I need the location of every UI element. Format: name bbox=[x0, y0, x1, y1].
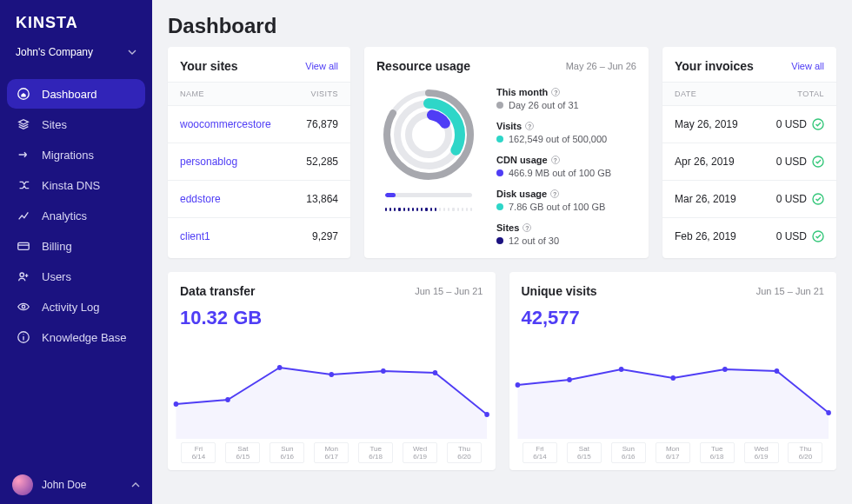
x-tick: Tue6/18 bbox=[358, 442, 393, 463]
invoice-row[interactable]: May 26, 20190 USD bbox=[662, 106, 836, 143]
metric-label: CDN usage bbox=[496, 155, 548, 165]
x-tick: Thu6/20 bbox=[788, 442, 822, 463]
x-tick: Mon6/17 bbox=[314, 442, 349, 463]
resource-range: May 26 – Jun 26 bbox=[566, 61, 636, 71]
site-row: woocommercestore76,879 bbox=[168, 106, 350, 143]
sidebar-item-label: Billing bbox=[42, 240, 72, 253]
metric-value: 466.9 MB out of 100 GB bbox=[509, 168, 611, 178]
sidebar-item-dns[interactable]: Kinsta DNS bbox=[7, 170, 145, 200]
sites-title: Your sites bbox=[180, 59, 238, 73]
invoice-row[interactable]: Apr 26, 20190 USD bbox=[662, 143, 836, 181]
svg-point-27 bbox=[774, 368, 779, 374]
page-title: Dashboard bbox=[168, 14, 836, 38]
sidebar-item-activity[interactable]: Activity Log bbox=[7, 292, 145, 322]
invoice-date: May 26, 2019 bbox=[675, 118, 738, 130]
svg-point-15 bbox=[174, 401, 179, 407]
main: Dashboard Your sites View all NAME VISIT… bbox=[152, 0, 852, 504]
svg-point-28 bbox=[826, 410, 831, 415]
site-visits: 9,297 bbox=[312, 230, 338, 242]
help-icon[interactable]: ? bbox=[523, 223, 531, 232]
site-row: client19,297 bbox=[168, 218, 350, 255]
invoice-total: 0 USD bbox=[776, 156, 807, 168]
metric-value: Day 26 out of 31 bbox=[509, 100, 579, 110]
svg-point-17 bbox=[277, 365, 283, 370]
site-link[interactable]: woocommercestore bbox=[180, 118, 271, 130]
resource-bar bbox=[385, 193, 472, 197]
dns-icon bbox=[16, 177, 31, 193]
help-icon[interactable]: ? bbox=[551, 88, 560, 96]
invoices-col-date: DATE bbox=[675, 90, 696, 98]
site-link[interactable]: personablog bbox=[180, 156, 237, 168]
transfer-chart bbox=[168, 335, 496, 439]
metric: Disk usage?7.86 GB out of 100 GB bbox=[496, 189, 636, 212]
sidebar-item-sites[interactable]: Sites bbox=[7, 109, 145, 139]
invoices-view-all[interactable]: View all bbox=[791, 61, 824, 71]
x-tick: Sun6/16 bbox=[611, 442, 646, 463]
sidebar-item-billing[interactable]: Billing bbox=[7, 231, 145, 261]
invoice-total: 0 USD bbox=[776, 118, 807, 130]
invoice-date: Apr 26, 2019 bbox=[675, 156, 735, 168]
metric: CDN usage?466.9 MB out of 100 GB bbox=[496, 155, 636, 178]
visits-range: Jun 15 – Jun 21 bbox=[756, 286, 824, 296]
site-link[interactable]: eddstore bbox=[180, 193, 221, 205]
svg-point-12 bbox=[813, 156, 823, 167]
sidebar-item-migrations[interactable]: Migrations bbox=[7, 140, 145, 169]
transfer-title: Data transfer bbox=[180, 284, 255, 298]
x-tick: Fri6/14 bbox=[181, 442, 216, 463]
transfer-value: 10.32 GB bbox=[168, 307, 496, 329]
resource-card: Resource usage May 26 – Jun 26 bbox=[364, 47, 649, 258]
eye-icon bbox=[16, 299, 31, 315]
site-visits: 52,285 bbox=[306, 156, 338, 168]
visits-title: Unique visits bbox=[522, 284, 597, 298]
invoice-row[interactable]: Feb 26, 20190 USD bbox=[662, 218, 836, 255]
sidebar-item-label: Analytics bbox=[42, 209, 87, 222]
metric-dot bbox=[496, 169, 503, 176]
x-tick: Sat6/15 bbox=[225, 442, 260, 463]
svg-point-3 bbox=[22, 305, 25, 308]
sidebar-item-kb[interactable]: Knowledge Base bbox=[7, 322, 145, 352]
check-circle-icon bbox=[812, 230, 824, 242]
site-visits: 76,879 bbox=[306, 118, 338, 130]
migrate-icon bbox=[16, 147, 31, 162]
invoice-row[interactable]: Mar 26, 20190 USD bbox=[662, 181, 836, 218]
logo: KINSTA bbox=[0, 0, 152, 39]
company-switcher[interactable]: John's Company bbox=[0, 39, 152, 74]
site-link[interactable]: client1 bbox=[180, 230, 210, 242]
sidebar-item-label: Knowledge Base bbox=[42, 331, 127, 344]
resource-title: Resource usage bbox=[376, 59, 470, 73]
user-menu[interactable]: John Doe bbox=[0, 466, 152, 504]
sidebar-item-users[interactable]: Users bbox=[7, 262, 145, 291]
metric-value: 7.86 GB out of 100 GB bbox=[509, 202, 605, 212]
metric-value: 162,549 out of 500,000 bbox=[509, 134, 607, 144]
nav: DashboardSitesMigrationsKinsta DNSAnalyt… bbox=[0, 74, 152, 357]
x-tick: Tue6/18 bbox=[700, 442, 735, 463]
metric: This month?Day 26 out of 31 bbox=[496, 87, 636, 110]
help-icon[interactable]: ? bbox=[550, 189, 559, 198]
invoice-total: 0 USD bbox=[776, 193, 807, 205]
sidebar-item-dashboard[interactable]: Dashboard bbox=[7, 79, 145, 109]
sidebar-item-analytics[interactable]: Analytics bbox=[7, 201, 145, 230]
company-name: John's Company bbox=[16, 46, 93, 58]
sites-col-name: NAME bbox=[180, 90, 204, 98]
metric-value: 12 out of 30 bbox=[509, 235, 559, 246]
sites-view-all[interactable]: View all bbox=[305, 61, 338, 71]
site-row: personablog52,285 bbox=[168, 143, 350, 181]
invoices-card: Your invoices View all DATE TOTAL May 26… bbox=[662, 47, 836, 258]
help-icon[interactable]: ? bbox=[551, 156, 560, 164]
svg-point-14 bbox=[813, 231, 823, 242]
invoice-total: 0 USD bbox=[776, 230, 807, 242]
svg-point-20 bbox=[433, 370, 438, 375]
sidebar-item-label: Kinsta DNS bbox=[42, 179, 100, 192]
users-icon bbox=[16, 269, 31, 284]
sidebar-item-label: Dashboard bbox=[42, 88, 97, 101]
metric-dot bbox=[496, 102, 503, 109]
svg-point-25 bbox=[670, 375, 676, 381]
invoices-title: Your invoices bbox=[675, 59, 754, 73]
sidebar-item-label: Migrations bbox=[42, 149, 94, 162]
stack-icon bbox=[16, 116, 31, 132]
x-tick: Mon6/17 bbox=[656, 442, 690, 463]
metric-label: Visits bbox=[496, 121, 522, 131]
help-icon[interactable]: ? bbox=[525, 122, 534, 130]
metric-label: This month bbox=[496, 87, 548, 97]
chevron-down-icon bbox=[128, 50, 136, 55]
